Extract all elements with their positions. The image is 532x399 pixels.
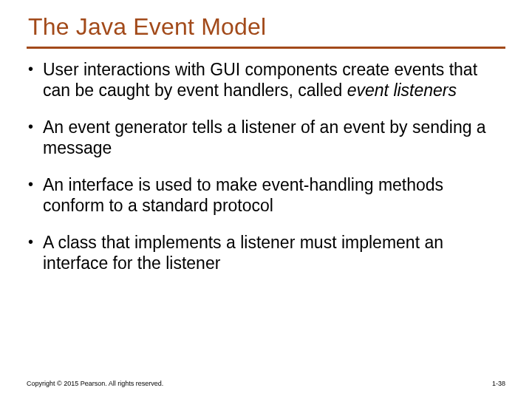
slide: The Java Event Model User interactions w… [0, 0, 532, 399]
bullet-text-pre: An interface is used to make event-handl… [43, 175, 443, 215]
bullet-text-pre: An event generator tells a listener of a… [43, 117, 486, 157]
bullet-text-em: event listeners [347, 81, 457, 100]
title-rule [27, 47, 505, 49]
bullet-text-pre: A class that implements a listener must … [43, 233, 443, 273]
page-number: 1-38 [492, 380, 505, 387]
bullet-item: A class that implements a listener must … [27, 232, 505, 273]
slide-title: The Java Event Model [28, 13, 505, 41]
bullet-list: User interactions with GUI components cr… [27, 59, 505, 273]
bullet-item: An interface is used to make event-handl… [27, 174, 505, 216]
bullet-item: User interactions with GUI components cr… [27, 59, 505, 100]
bullet-item: An event generator tells a listener of a… [27, 117, 505, 158]
copyright-footer: Copyright © 2015 Pearson. All rights res… [27, 380, 163, 387]
